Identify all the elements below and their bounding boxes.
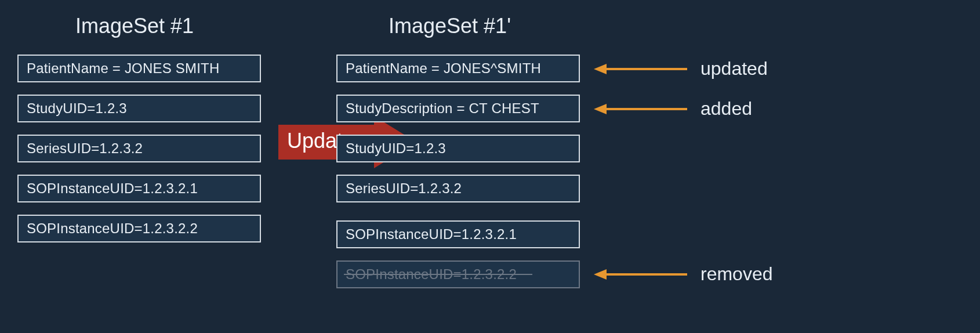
left-item-0: PatientName = JONES SMITH [17, 55, 261, 82]
arrow-updated-icon [591, 63, 687, 75]
right-item-0: PatientName = JONES^SMITH [336, 55, 580, 82]
right-item-2: StudyUID=1.2.3 [336, 135, 580, 162]
diagram-canvas: ImageSet #1 PatientName = JONES SMITH St… [0, 0, 980, 333]
right-item-4: SOPInstanceUID=1.2.3.2.1 [336, 220, 580, 248]
svg-marker-2 [594, 64, 607, 74]
left-item-1: StudyUID=1.2.3 [17, 95, 261, 122]
svg-marker-6 [594, 269, 607, 280]
right-item-3: SeriesUID=1.2.3.2 [336, 175, 580, 202]
left-item-3: SOPInstanceUID=1.2.3.2.1 [17, 175, 261, 202]
label-updated: updated [700, 58, 768, 79]
left-title: ImageSet #1 [75, 14, 194, 38]
label-removed: removed [700, 263, 773, 285]
right-item-1: StudyDescription = CT CHEST [336, 95, 580, 122]
arrow-removed-icon [591, 268, 687, 281]
left-item-4: SOPInstanceUID=1.2.3.2.2 [17, 215, 261, 242]
svg-marker-4 [594, 104, 607, 114]
strikethrough-line [344, 274, 532, 275]
left-item-2: SeriesUID=1.2.3.2 [17, 135, 261, 162]
label-added: added [700, 98, 752, 120]
right-title: ImageSet #1' [389, 14, 511, 38]
arrow-added-icon [591, 103, 687, 115]
